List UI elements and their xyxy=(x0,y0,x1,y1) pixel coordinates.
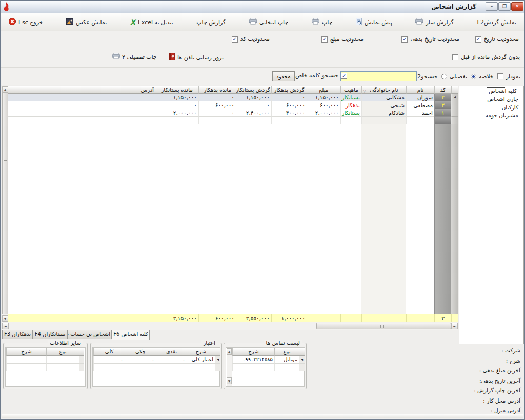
table-row-cell[interactable]: مشکاتی xyxy=(361,94,406,101)
report-builder-button[interactable]: گزارش ساز xyxy=(415,18,453,26)
limit-button[interactable]: محدود xyxy=(272,71,295,81)
table-row-cell[interactable]: ۶۰۰,۰۰۰ xyxy=(307,101,340,109)
column-header-desc[interactable]: شرح xyxy=(187,348,215,356)
print-report-button[interactable]: گزارش چاپ xyxy=(196,19,226,26)
tab-debtors-f3[interactable]: بدهکاران F3 xyxy=(2,330,33,339)
tree-item-current-persons[interactable]: جاری اشخاص xyxy=(459,95,523,103)
special-word-checkbox[interactable]: جستجو کلمه خاص ✓ xyxy=(295,72,347,79)
selective-print-button[interactable]: چاپ انتخابی xyxy=(249,18,288,26)
table-row-cell[interactable]: ۰ xyxy=(198,94,236,101)
column-header-cash[interactable]: نقدی xyxy=(156,348,187,356)
column-header-type[interactable]: نوع xyxy=(274,348,299,356)
grid-horizontal-scrollbar[interactable]: ◄ ► xyxy=(2,322,458,330)
summary-radio[interactable]: خلاصه xyxy=(471,73,494,80)
table-row-cell[interactable]: ۱,۱۵۰,۰۰۰ xyxy=(307,94,340,101)
scroll-up-icon[interactable]: ▲ xyxy=(227,348,232,355)
column-header-desc[interactable]: شرح xyxy=(232,348,274,356)
column-header-debit-turnover[interactable]: گردش بدهکار xyxy=(271,86,307,94)
column-header-address[interactable]: آدرس xyxy=(8,86,155,94)
contacts-scrollbar[interactable]: ▲ ▼ xyxy=(227,348,232,386)
table-row-cell[interactable]: سوزان xyxy=(406,94,434,101)
preview-button[interactable]: پیش نمایش xyxy=(356,18,392,27)
column-header-desc[interactable]: شرح xyxy=(6,348,46,356)
column-header-nature[interactable]: ماهیت xyxy=(340,86,361,94)
code-cell[interactable]: ۱ xyxy=(434,109,451,117)
detail-radio[interactable]: تفصیلی xyxy=(441,73,467,80)
debt-date-limit-checkbox[interactable]: ✓ محدودیت تاریخ بدهی xyxy=(401,36,459,43)
table-row-cell[interactable]: ۰ xyxy=(93,356,125,364)
minimize-button[interactable]: – xyxy=(486,2,498,11)
tree-item-employees[interactable]: کارکنان xyxy=(459,103,523,112)
table-row-cell[interactable]: ۲,۰۰۰,۰۰۰ xyxy=(307,109,340,117)
code-cell[interactable]: ۲ xyxy=(434,94,451,101)
code-limit-checkbox[interactable]: ✓ محدودیت کد xyxy=(232,36,270,43)
table-row-cell[interactable]: ۰ xyxy=(125,356,156,364)
table-row-cell[interactable] xyxy=(8,94,155,101)
code-cell[interactable]: ۳ xyxy=(434,101,451,109)
contact-desc-cell[interactable]: ۰۹۹۰۳۲۱۴۵۸۵ xyxy=(232,356,274,364)
detailed-print-button[interactable]: چاپ تفصیلی ۲ xyxy=(112,53,157,61)
row-selector[interactable]: ◂ xyxy=(215,356,220,364)
print-button[interactable]: چاپ xyxy=(312,18,333,26)
table-row-cell[interactable]: ۰ xyxy=(236,101,271,109)
tab-creditors-f4[interactable]: بستانکاران F4 xyxy=(33,330,67,339)
tree-item-all-persons[interactable]: کلیه اشخاص xyxy=(459,87,523,95)
contact-type-cell[interactable]: موبایل xyxy=(274,356,299,364)
chart-checkbox[interactable]: نمودار xyxy=(497,73,520,80)
row-selector[interactable] xyxy=(451,101,458,109)
maximize-button[interactable]: ❐ xyxy=(498,2,511,11)
table-row-cell[interactable]: ۲,۴۰۰,۰۰۰ xyxy=(236,109,271,117)
column-header-amount[interactable]: مبلغ xyxy=(307,86,340,94)
table-row-cell[interactable]: ۱,۱۵۰,۰۰۰ xyxy=(236,94,271,101)
column-header-cheque[interactable]: چکی xyxy=(125,348,156,356)
table-row-cell[interactable]: شادکام xyxy=(361,109,406,117)
table-row-cell[interactable]: ۴۰۰,۰۰۰ xyxy=(271,109,307,117)
scroll-left-icon[interactable]: ◄ xyxy=(2,323,9,329)
table-row-cell[interactable]: ۲,۰۰۰,۰۰۰ xyxy=(155,109,198,117)
table-row-cell[interactable]: ۰ xyxy=(156,356,187,364)
table-row-cell[interactable]: مصطفی xyxy=(406,101,434,109)
table-row-cell[interactable]: ۰ xyxy=(155,101,198,109)
close-button[interactable]: ✕ xyxy=(511,2,523,11)
table-row-cell[interactable]: شیخی xyxy=(361,101,406,109)
scrollbar-thumb[interactable] xyxy=(316,323,451,329)
column-header-credit-balance[interactable]: مانده بستانکار xyxy=(155,86,198,94)
table-row-cell[interactable] xyxy=(8,109,155,117)
tab-all-persons-f6[interactable]: کلیه اشخاص F6 xyxy=(112,330,150,340)
show-turnover-button[interactable]: نمایش گردشF2 xyxy=(477,19,516,26)
nature-badge[interactable]: بستانکار xyxy=(340,94,361,101)
table-row-cell[interactable]: ۶۰۰,۰۰۰ xyxy=(198,101,236,109)
scroll-down-icon[interactable]: ▼ xyxy=(227,377,232,384)
row-selector[interactable]: ◂ xyxy=(451,94,458,101)
table-row-cell[interactable]: ۰ xyxy=(198,109,236,117)
row-selector[interactable] xyxy=(451,109,458,117)
nature-badge[interactable]: بستانکار xyxy=(340,109,361,117)
scroll-right-icon[interactable]: ► xyxy=(451,323,458,329)
tab-no-account-f5[interactable]: اشخاص بی حساب F5 xyxy=(67,330,112,339)
table-row-cell[interactable] xyxy=(8,101,155,109)
table-row-cell[interactable]: اعتبار کلی xyxy=(187,356,215,364)
amount-limit-checkbox[interactable]: ✓ محدودیت مبلغ xyxy=(321,36,364,43)
show-photo-button[interactable]: نمایش عکس xyxy=(66,18,107,26)
no-turnover-checkbox[interactable]: بدون گردش مانده از قبل xyxy=(452,54,520,60)
table-row-cell[interactable]: احمد xyxy=(406,109,434,117)
nature-badge[interactable]: بدهکار xyxy=(340,101,361,109)
column-header-credit-turnover[interactable]: گردش بستانکار xyxy=(236,86,271,94)
export-excel-button[interactable]: X تبدیل به Excel xyxy=(130,18,173,26)
table-row-cell[interactable]: ۶۰۰,۰۰۰ xyxy=(271,101,307,109)
search-input[interactable] xyxy=(340,71,417,81)
update-phones-button[interactable]: بروز رسانی تلفن ها xyxy=(169,53,224,62)
table-row-cell[interactable]: ۱,۱۵۰,۰۰۰ xyxy=(155,94,198,101)
column-header-type[interactable]: نوع xyxy=(46,348,79,356)
exit-button[interactable]: خروج Esc xyxy=(9,18,43,27)
tree-item-suburb-customers[interactable]: مشتریان حومه xyxy=(459,112,523,120)
scrollbar-thumb[interactable] xyxy=(2,93,8,314)
row-selector[interactable]: ◂ xyxy=(299,356,305,364)
date-limit-checkbox[interactable]: ✓ محدودیت تاریخ xyxy=(475,36,519,43)
column-header-total[interactable]: کلی xyxy=(93,348,125,356)
column-header-family[interactable]: ▽نام خانوادگی xyxy=(361,86,406,94)
column-header-debit-balance[interactable]: مانده بدهکار xyxy=(198,86,236,94)
column-header-code[interactable]: کد xyxy=(434,86,451,94)
table-row-cell[interactable]: ۰ xyxy=(271,94,307,101)
column-header-name[interactable]: نام xyxy=(406,86,434,94)
